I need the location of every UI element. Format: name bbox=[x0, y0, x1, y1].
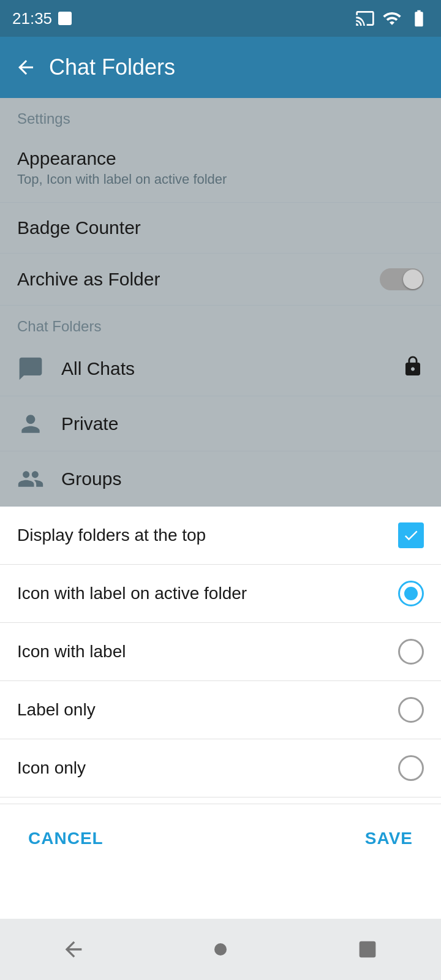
cancel-button[interactable]: CANCEL bbox=[22, 823, 110, 854]
radio-icon-only[interactable] bbox=[398, 755, 424, 781]
display-folders-top-label: Display folders at the top bbox=[17, 526, 206, 545]
svg-rect-1 bbox=[360, 941, 376, 958]
battery-icon bbox=[409, 9, 429, 28]
chat-folders-label: Chat Folders bbox=[0, 306, 441, 341]
private-name: Private bbox=[61, 413, 424, 434]
radio-icon-label[interactable] bbox=[398, 639, 424, 665]
nav-back-button[interactable] bbox=[55, 931, 92, 968]
groups-name: Groups bbox=[61, 469, 424, 489]
status-bar: 21:35 bbox=[0, 0, 441, 37]
badge-counter-row[interactable]: Badge Counter bbox=[0, 203, 441, 254]
nav-home-button[interactable] bbox=[202, 931, 239, 968]
archive-folder-title: Archive as Folder bbox=[17, 269, 160, 290]
nav-bar bbox=[0, 919, 441, 980]
radio-row-icon-label[interactable]: Icon with label bbox=[0, 623, 441, 681]
radio-label-only[interactable] bbox=[398, 697, 424, 723]
display-folders-checkbox[interactable] bbox=[398, 522, 424, 548]
toolbar: Chat Folders bbox=[0, 37, 441, 98]
status-icons bbox=[355, 9, 429, 28]
action-row: CANCEL SAVE bbox=[0, 804, 441, 873]
radio-label-2: Label only bbox=[17, 700, 96, 720]
radio-row-icon-label-active[interactable]: Icon with label on active folder bbox=[0, 565, 441, 623]
lock-icon bbox=[402, 355, 424, 382]
radio-row-icon-only[interactable]: Icon only bbox=[0, 739, 441, 797]
status-indicator bbox=[58, 12, 72, 25]
groups-icon bbox=[17, 466, 44, 492]
settings-section: Settings Appearance Top, Icon with label… bbox=[0, 98, 441, 507]
folder-row-private[interactable]: Private bbox=[0, 396, 441, 451]
appearance-row[interactable]: Appearance Top, Icon with label on activ… bbox=[0, 134, 441, 203]
badge-counter-title: Badge Counter bbox=[17, 217, 141, 238]
cast-icon bbox=[355, 9, 375, 28]
wifi-icon bbox=[382, 9, 402, 28]
radio-label-0: Icon with label on active folder bbox=[17, 584, 247, 603]
folder-row-all-chats[interactable]: All Chats bbox=[0, 341, 441, 396]
appearance-subtitle: Top, Icon with label on active folder bbox=[17, 172, 227, 187]
all-chats-icon bbox=[17, 355, 44, 382]
folder-row-groups[interactable]: Groups bbox=[0, 451, 441, 507]
archive-as-folder-row[interactable]: Archive as Folder bbox=[0, 254, 441, 306]
svg-point-0 bbox=[214, 943, 227, 956]
radio-icon-label-active[interactable] bbox=[398, 581, 424, 606]
appearance-title: Appearance bbox=[17, 148, 227, 169]
all-chats-name: All Chats bbox=[61, 358, 385, 379]
status-time: 21:35 bbox=[12, 9, 72, 28]
radio-label-1: Icon with label bbox=[17, 642, 126, 662]
display-options-section: Display folders at the top Icon with lab… bbox=[0, 507, 441, 873]
radio-label-3: Icon only bbox=[17, 758, 86, 778]
private-icon bbox=[17, 410, 44, 437]
settings-label: Settings bbox=[0, 98, 441, 134]
archive-folder-toggle[interactable] bbox=[380, 268, 424, 290]
nav-recents-button[interactable] bbox=[349, 931, 386, 968]
save-button[interactable]: SAVE bbox=[359, 823, 419, 854]
page-title: Chat Folders bbox=[49, 55, 175, 80]
display-folders-top-row[interactable]: Display folders at the top bbox=[0, 507, 441, 565]
back-button[interactable] bbox=[15, 56, 37, 78]
radio-row-label-only[interactable]: Label only bbox=[0, 681, 441, 739]
